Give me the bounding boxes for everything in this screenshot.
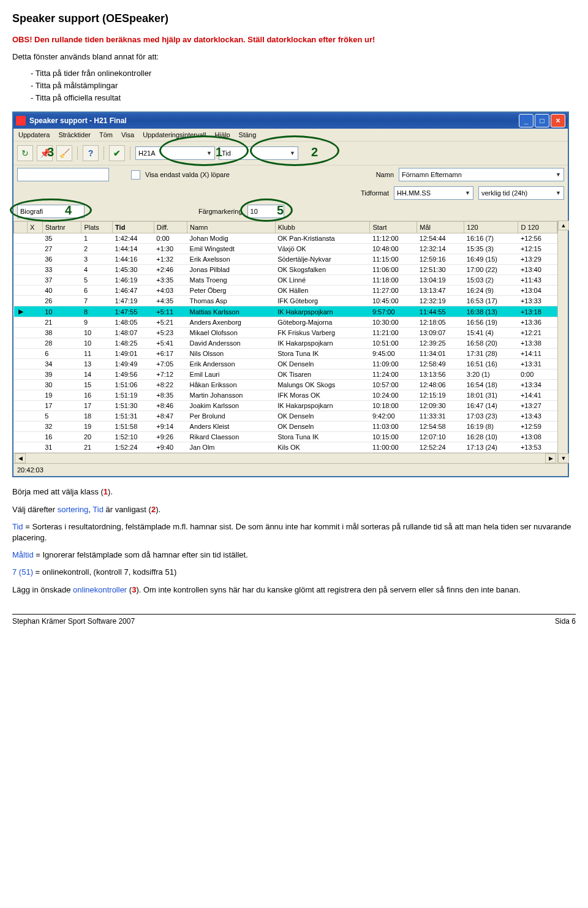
column-header[interactable]: 120 <box>464 222 518 233</box>
menu-item[interactable]: Töm <box>99 131 113 138</box>
table-cell: +13:40 <box>518 265 557 275</box>
table-row[interactable]: 3631:44:16+1:32Erik AxelssonSödertälje-N… <box>14 254 557 265</box>
titlebar: Speaker support - H21 Final _ □ × <box>13 113 568 129</box>
table-row[interactable]: 19161:51:19+8:35Martin JohanssonIFK Mora… <box>14 390 557 401</box>
table-cell: 3:20 (1) <box>464 369 518 380</box>
column-header[interactable]: Mål <box>417 222 464 233</box>
table-cell: Per Brolund <box>187 411 276 422</box>
column-header[interactable]: Start <box>370 222 417 233</box>
menu-item[interactable]: Stäng <box>239 131 257 138</box>
table-row[interactable]: 2671:47:19+4:35Thomas AspIFK Göteborg10:… <box>14 296 557 306</box>
table-cell <box>28 432 43 442</box>
table-cell: 16:28 (10) <box>464 432 518 442</box>
column-header[interactable]: Diff. <box>154 222 187 233</box>
table-cell: Mattias Karlsson <box>187 306 276 317</box>
column-header[interactable]: X <box>28 222 43 233</box>
name-combo[interactable]: Förnamn Efternamn ▼ <box>399 168 564 181</box>
sort-combo[interactable]: Tid ▼ <box>219 146 298 160</box>
table-row[interactable]: 38101:48:07+5:23Mikael OlofssonFK Frisku… <box>14 328 557 338</box>
refresh-icon[interactable]: ↻ <box>17 145 33 161</box>
close-button[interactable]: × <box>551 114 565 127</box>
menu-item[interactable]: Hjälp <box>215 131 230 138</box>
table-cell: 1:47:55 <box>113 306 154 317</box>
vertical-scrollbar[interactable]: ▲ ▼ <box>557 221 568 463</box>
scroll-down-icon[interactable]: ▼ <box>558 453 569 463</box>
column-header[interactable]: Tid <box>113 222 154 233</box>
table-cell: 6 <box>81 286 113 296</box>
table-cell: 11:06:00 <box>370 265 417 275</box>
table-cell: OK Hällen <box>275 286 370 296</box>
table-row[interactable]: 32191:51:58+9:14Anders KleistOK Denseln1… <box>14 422 557 432</box>
timeformat-combo[interactable]: HH.MM.SS ▼ <box>394 186 473 200</box>
table-cell: +11:43 <box>518 275 557 286</box>
table-cell: 12:32:14 <box>417 244 464 254</box>
table-cell: Stora Tuna IK <box>275 349 370 359</box>
timeformat-value: HH.MM.SS <box>397 189 431 197</box>
table-cell: 1:48:25 <box>113 338 154 349</box>
column-header[interactable]: Startnr <box>42 222 81 233</box>
table-cell: 1:46:19 <box>113 275 154 286</box>
table-cell: 8 <box>81 306 113 317</box>
table-cell <box>14 286 28 296</box>
table-cell <box>14 296 28 306</box>
table-cell: 10 <box>81 328 113 338</box>
table-cell <box>28 380 43 390</box>
scroll-right-icon[interactable]: ▶ <box>545 453 556 463</box>
table-row[interactable]: 34131:49:49+7:05Erik AnderssonOK Denseln… <box>14 359 557 369</box>
menu-item[interactable]: Uppdateringsintervall <box>143 131 206 138</box>
table-cell: 11:18:00 <box>370 275 417 286</box>
table-row[interactable]: 3751:46:19+3:35Mats TroengOK Linné11:18:… <box>14 275 557 286</box>
marker-4: 4 <box>65 203 72 218</box>
table-row[interactable]: 3511:42:440:00Johan ModigOK Pan-Kristian… <box>14 233 557 244</box>
table-cell: IK Hakarpspojkarn <box>275 306 370 317</box>
table-cell: 16:53 (17) <box>464 296 518 306</box>
table-row[interactable]: 16201:52:10+9:26Rikard ClaessonStora Tun… <box>14 432 557 442</box>
table-cell: 3 <box>81 254 113 265</box>
check-icon[interactable]: ✔ <box>109 145 125 161</box>
column-header[interactable]: D 120 <box>518 222 557 233</box>
table-row[interactable]: 31211:52:24+9:40Jan OlmKils OK11:00:0012… <box>14 442 557 453</box>
table-cell: +5:23 <box>154 328 187 338</box>
table-cell: OK Denseln <box>275 411 370 422</box>
table-row[interactable]: 2721:44:14+1:30Emil WingstedtVäxjö OK10:… <box>14 244 557 254</box>
table-row[interactable]: 30151:51:06+8:22Håkan ErikssonMalungs OK… <box>14 380 557 390</box>
minimize-button[interactable]: _ <box>519 114 533 127</box>
column-header[interactable] <box>14 222 28 233</box>
timemode-combo[interactable]: verklig tid (24h) ▼ <box>478 186 564 200</box>
table-cell: FK Friskus Varberg <box>275 328 370 338</box>
column-header[interactable]: Namn <box>187 222 276 233</box>
maximize-button[interactable]: □ <box>535 114 549 127</box>
table-cell: +4:03 <box>154 286 187 296</box>
scroll-up-icon[interactable]: ▲ <box>558 221 569 230</box>
table-row[interactable]: 3341:45:30+2:46Jonas PilbladOK Skogsfalk… <box>14 265 557 275</box>
biografi-input[interactable]: Biografi <box>17 205 85 218</box>
table-cell: 10 <box>81 338 113 349</box>
help-icon[interactable]: ? <box>83 145 99 161</box>
menu-item[interactable]: Visa <box>121 131 134 138</box>
table-cell: +8:46 <box>154 401 187 411</box>
table-cell <box>14 275 28 286</box>
table-row[interactable]: 4061:46:47+4:03Peter ÖbergOK Hällen11:27… <box>14 286 557 296</box>
table-row[interactable]: 2191:48:05+5:21Anders AxenborgGöteborg-M… <box>14 317 557 328</box>
table-row[interactable]: 6111:49:01+6:17Nils OlssonStora Tuna IK9… <box>14 349 557 359</box>
table-cell: +13:18 <box>518 306 557 317</box>
column-header[interactable]: Plats <box>81 222 113 233</box>
horizontal-scrollbar[interactable]: ◀ ▶ <box>13 453 557 463</box>
scroll-left-icon[interactable]: ◀ <box>15 453 26 463</box>
table-cell: Peter Öberg <box>187 286 276 296</box>
table-cell: Joakim Karlsson <box>187 401 276 411</box>
table-row[interactable]: 28101:48:25+5:41David AnderssonIK Hakarp… <box>14 338 557 349</box>
clear-icon[interactable]: 🧹 <box>56 145 72 161</box>
filter-input[interactable] <box>17 168 109 181</box>
menu-item[interactable]: Sträcktider <box>58 131 91 138</box>
table-row[interactable]: 39141:49:56+7:12Emil LauriOK Tisaren11:2… <box>14 369 557 380</box>
column-header[interactable]: Klubb <box>275 222 370 233</box>
table-row[interactable]: 17171:51:30+8:46Joakim KarlssonIK Hakarp… <box>14 401 557 411</box>
class-combo[interactable]: H21A ▼ <box>135 146 215 160</box>
table-row[interactable]: 5181:51:31+8:47Per BrolundOK Denseln9:42… <box>14 411 557 422</box>
show-only-checkbox[interactable] <box>131 170 140 180</box>
table-row[interactable]: ▶1081:47:55+5:11Mattias KarlssonIK Hakar… <box>14 306 557 317</box>
menu-item[interactable]: Uppdatera <box>18 131 50 138</box>
table-cell <box>28 275 43 286</box>
table-cell: 13:04:19 <box>417 275 464 286</box>
